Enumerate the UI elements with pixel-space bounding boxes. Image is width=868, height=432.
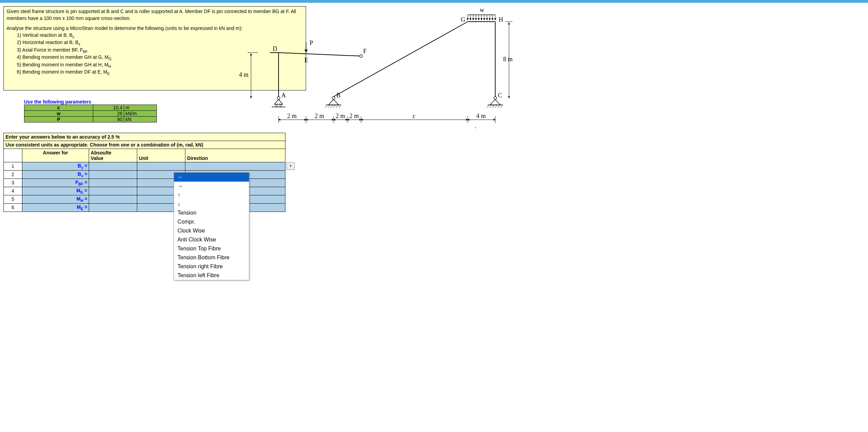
svg-text:F: F [363,48,367,55]
svg-point-10 [280,105,282,107]
dropdown-option[interactable]: Anti Clock Wise [174,235,249,244]
svg-text:2 m: 2 m [336,112,345,119]
value-input[interactable] [89,187,137,195]
svg-text:E: E [304,57,308,64]
svg-marker-13 [328,99,339,105]
svg-line-20 [339,105,341,108]
value-input[interactable] [89,162,137,170]
dropdown-button[interactable] [286,162,295,170]
parameters-table: c10.4m w26kN/m P90kN [24,105,157,122]
svg-line-3 [334,22,468,97]
dropdown-option[interactable]: Tension right Fibre [174,262,249,271]
svg-line-16 [328,105,330,108]
svg-line-28 [498,105,500,108]
value-input[interactable] [89,203,137,212]
svg-line-25 [489,105,492,108]
svg-text:c: c [413,112,415,119]
svg-text:`: ` [475,126,477,133]
svg-line-19 [336,105,338,108]
svg-marker-22 [490,99,500,105]
dropdown-option[interactable]: ← [174,173,249,182]
svg-line-15 [325,105,327,108]
svg-text:A: A [281,92,286,99]
svg-line-18 [333,105,336,108]
value-input[interactable] [89,195,137,203]
svg-point-12 [332,97,335,99]
svg-text:8 m: 8 m [503,56,513,63]
svg-point-7 [277,97,280,99]
svg-point-21 [494,97,497,99]
dropdown-option[interactable]: Tension [174,208,249,217]
direction-input[interactable] [185,162,285,170]
dropdown-option[interactable]: Tension left Fibre [174,271,249,280]
svg-text:P: P [310,40,313,46]
dropdown-option[interactable]: Tension Top Fibre [174,244,249,253]
svg-line-27 [495,105,497,108]
svg-line-24 [487,105,489,108]
dropdown-option[interactable]: Clock Wise [174,226,249,235]
value-input[interactable] [89,179,137,187]
table-row: 1 By = [4,162,285,170]
dropdown-option[interactable]: Compr. [174,217,249,226]
svg-point-9 [275,105,278,107]
svg-text:2 m: 2 m [349,112,359,119]
svg-text:4 m: 4 m [239,71,249,78]
direction-dropdown[interactable]: ← → ↑ ↓ Tension Compr. Clock Wise Anti C… [174,172,249,280]
value-input[interactable] [89,170,137,179]
dropdown-option[interactable]: → [174,182,249,191]
svg-text:2 m: 2 m [287,112,297,119]
svg-text:C: C [498,92,502,99]
dropdown-option[interactable]: Tension Bottom Fibre [174,253,249,262]
svg-text:4 m: 4 m [476,112,486,119]
svg-text:w: w [480,7,484,13]
dropdown-option[interactable]: ↓ [174,199,249,208]
svg-text:G: G [461,16,465,23]
svg-line-17 [330,105,333,108]
svg-line-29 [500,105,503,108]
svg-point-6 [360,55,362,57]
svg-text:H: H [499,16,503,23]
svg-line-26 [492,105,495,108]
dropdown-option[interactable]: ↑ [174,191,249,199]
svg-text:D: D [273,45,277,52]
structure-diagram: P w D E A B F G H C 4 m [234,8,516,128]
svg-marker-8 [274,99,283,104]
unit-input[interactable] [137,162,185,170]
svg-text:2 m: 2 m [315,112,324,119]
svg-line-2 [279,53,361,56]
svg-text:B: B [336,92,340,99]
